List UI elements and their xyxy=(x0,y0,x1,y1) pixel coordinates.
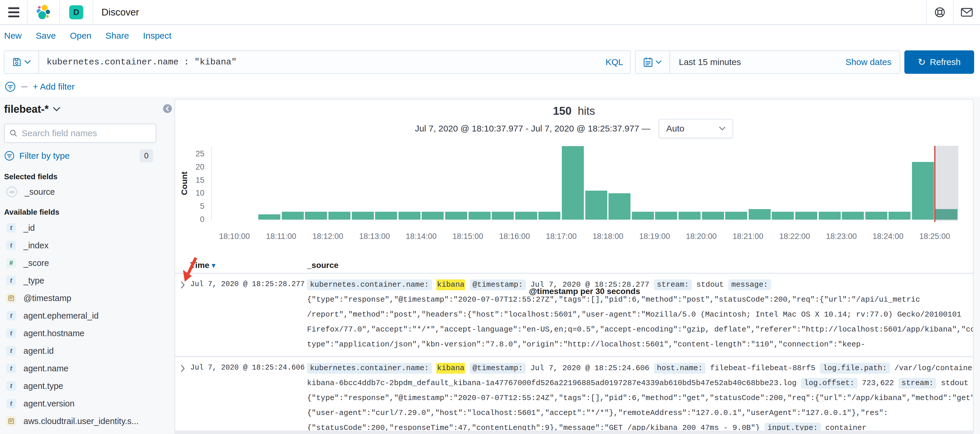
time-column-header[interactable]: Time▾ xyxy=(190,261,307,270)
field-item-@timestamp[interactable]: @timestamp xyxy=(4,289,173,307)
query-input[interactable]: kubernetes.container.name : "kibana" xyxy=(39,57,606,67)
elastic-logo[interactable] xyxy=(27,4,59,21)
newsfeed-icon[interactable] xyxy=(954,7,980,17)
field-item-agent.hostname[interactable]: tagent.hostname xyxy=(4,325,173,342)
histogram-bar-18:11:00[interactable] xyxy=(282,212,304,220)
source-field-icon: </> xyxy=(6,187,17,197)
refresh-button[interactable]: ↻ Refresh xyxy=(904,51,974,74)
field-item-agent.version[interactable]: tagent.version xyxy=(4,395,173,412)
histogram-bar-18:16:00[interactable] xyxy=(515,212,537,220)
add-filter-button[interactable]: + Add filter xyxy=(33,82,75,92)
help-icon[interactable] xyxy=(927,6,953,18)
histogram-bar-18:21:00[interactable] xyxy=(749,209,771,220)
toolbar-link-share[interactable]: Share xyxy=(105,31,129,41)
histogram-bar-18:23:30[interactable] xyxy=(865,212,887,220)
histogram-bar-18:20:00[interactable] xyxy=(702,212,724,220)
histogram-bar-18:24:30[interactable] xyxy=(912,162,934,220)
histogram-chart[interactable]: Count @timestamp per 30 seconds 05101520… xyxy=(175,144,974,221)
field-name: agent.hostname xyxy=(24,329,84,338)
x-tick-label: 18:17:00 xyxy=(546,232,576,241)
y-axis-line xyxy=(211,146,212,221)
sort-desc-icon[interactable]: ▾ xyxy=(212,261,216,270)
histogram-bar-18:10:30[interactable] xyxy=(258,214,280,220)
field-key-badge: host.name: xyxy=(654,363,706,374)
filter-by-type-button[interactable]: Filter by type 0 xyxy=(4,149,153,162)
field-item-_type[interactable]: t_type xyxy=(4,272,173,289)
interval-select[interactable]: Auto xyxy=(659,119,733,138)
histogram-bar-18:12:30[interactable] xyxy=(352,212,374,220)
field-item-_score[interactable]: #_score xyxy=(4,254,173,272)
x-tick-label: 18:11:00 xyxy=(266,232,296,241)
field-item-agent.id[interactable]: tagent.id xyxy=(4,342,173,360)
horizontal-scrollbar[interactable] xyxy=(175,431,974,434)
collapse-sidebar-button[interactable] xyxy=(163,104,172,113)
histogram-bar-18:22:00[interactable] xyxy=(795,212,817,220)
available-fields-heading: Available fields xyxy=(4,207,173,217)
field-item-source[interactable]: </> _source xyxy=(4,183,173,201)
histogram-bar-18:14:30[interactable] xyxy=(445,212,467,220)
field-item-azure.auditlogs.properties.ac...[interactable]: azure.auditlogs.properties.ac... xyxy=(4,430,173,434)
filter-icon[interactable] xyxy=(5,81,16,92)
field-item-agent.ephemeral_id[interactable]: tagent.ephemeral_id xyxy=(4,307,173,325)
query-language-button[interactable]: KQL xyxy=(606,57,630,67)
saved-query-menu-button[interactable] xyxy=(5,51,39,73)
toolbar-link-open[interactable]: Open xyxy=(70,31,91,41)
field-item-_id[interactable]: t_id xyxy=(4,219,173,237)
histogram-bar-18:18:00[interactable] xyxy=(608,193,630,220)
toolbar-link-save[interactable]: Save xyxy=(36,31,56,41)
histogram-bar-18:19:30[interactable] xyxy=(679,212,700,220)
field-name: agent.type xyxy=(24,381,63,391)
toolbar-link-new[interactable]: New xyxy=(4,31,22,41)
space-badge[interactable]: D xyxy=(69,5,83,19)
histogram-bar-18:15:30[interactable] xyxy=(492,212,514,220)
histogram-bar-18:13:30[interactable] xyxy=(399,212,420,220)
show-dates-button[interactable]: Show dates xyxy=(845,57,900,67)
field-search-input[interactable] xyxy=(22,128,151,138)
x-tick-label: 18:24:00 xyxy=(873,232,904,241)
search-highlight: kibana xyxy=(436,363,465,374)
histogram-bar-18:22:30[interactable] xyxy=(819,212,841,220)
histogram-bar-18:17:30[interactable] xyxy=(585,191,607,220)
filter-count-badge: 0 xyxy=(140,149,153,162)
search-icon xyxy=(10,129,18,137)
histogram-bar-18:21:30[interactable] xyxy=(772,212,794,220)
histogram-bar-18:17:00[interactable] xyxy=(562,146,584,220)
toolbar-link-inspect[interactable]: Inspect xyxy=(143,31,172,41)
field-item-agent.name[interactable]: tagent.name xyxy=(4,360,173,377)
histogram-bar-18:15:00[interactable] xyxy=(469,212,491,220)
time-range-value[interactable]: Last 15 minutes xyxy=(670,57,741,67)
histogram-bar-18:11:30[interactable] xyxy=(305,212,327,220)
histogram-bar-18:20:30[interactable] xyxy=(725,212,747,220)
histogram-bar-18:13:00[interactable] xyxy=(375,212,397,220)
field-search-box[interactable] xyxy=(4,124,156,143)
menu-icon[interactable] xyxy=(0,7,27,17)
chevron-left-icon xyxy=(165,106,170,111)
doc-table-header: Time▾ _source xyxy=(175,258,973,274)
histogram-bar-18:12:00[interactable] xyxy=(328,212,350,220)
histogram-bar-18:23:00[interactable] xyxy=(842,212,864,220)
row-source: kubernetes.container.name: kibana @times… xyxy=(307,277,973,352)
x-tick-label: 18:20:00 xyxy=(686,232,717,241)
index-pattern-switcher[interactable]: filebeat-* xyxy=(4,103,173,116)
discover-main-panel: 150 hits Jul 7, 2020 @ 18:10:37.977 - Ju… xyxy=(175,99,974,434)
x-tick-label: 18:14:00 xyxy=(406,232,437,241)
field-item-_index[interactable]: t_index xyxy=(4,237,173,254)
field-key-badge: kubernetes.container.name: xyxy=(307,363,432,374)
field-item-aws.cloudtrail.user_identity.s...[interactable]: aws.cloudtrail.user_identity.s... xyxy=(4,412,173,430)
content-area: filebeat-* Filter by type 0 Selected fie… xyxy=(0,97,980,434)
string-field-icon: t xyxy=(6,276,16,285)
doc-table: Time▾ _source Jul 7, 2020 @ 18:25:28.277… xyxy=(175,258,973,434)
doc-table-row: Jul 7, 2020 @ 18:25:24.606kubernetes.con… xyxy=(175,357,973,434)
histogram-bar-18:16:30[interactable] xyxy=(538,212,560,220)
histogram-bar-18:24:00[interactable] xyxy=(889,212,910,220)
string-field-icon: t xyxy=(6,399,16,408)
field-item-agent.type[interactable]: tagent.type xyxy=(4,377,173,395)
string-field-icon: t xyxy=(6,381,16,391)
field-key-badge: @timestamp: xyxy=(470,363,526,374)
histogram-bar-18:19:00[interactable] xyxy=(655,212,677,220)
expand-row-button[interactable] xyxy=(175,361,190,434)
histogram-bar-18:14:00[interactable] xyxy=(422,212,444,220)
expand-row-button[interactable] xyxy=(175,277,190,352)
date-quick-select-button[interactable] xyxy=(635,51,670,73)
histogram-bar-18:18:30[interactable] xyxy=(632,212,654,220)
